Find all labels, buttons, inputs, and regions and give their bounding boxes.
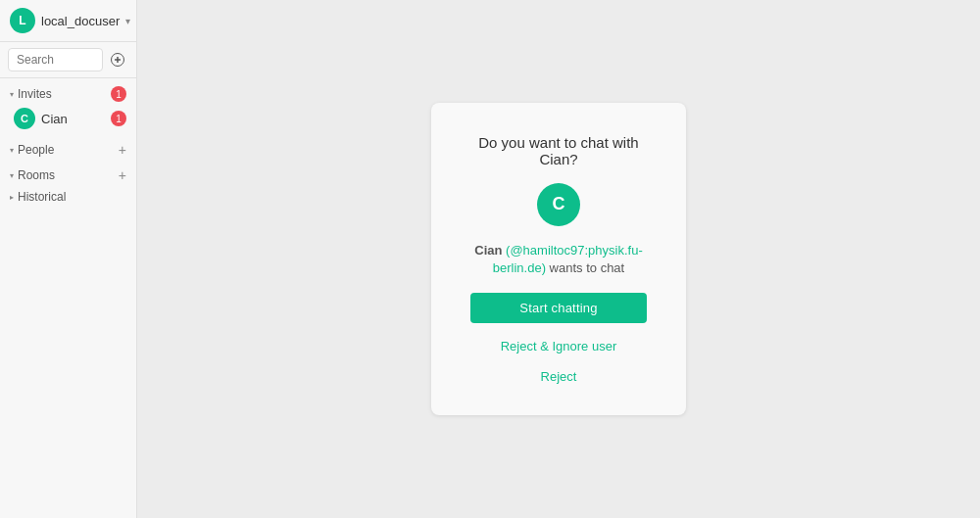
dialog-description-suffix: wants to chat — [550, 260, 625, 275]
search-input-wrapper — [8, 48, 103, 71]
historical-item[interactable]: ▸ Historical — [0, 186, 136, 208]
dialog-user-name: Cian — [474, 243, 502, 258]
cian-avatar: C — [14, 108, 35, 129]
sidebar: L local_docuser ▾ ▾ Invites 1 C — [0, 0, 137, 518]
compose-button[interactable] — [107, 49, 128, 71]
invites-badge: 1 — [111, 86, 126, 102]
people-section: ▾ People + — [0, 135, 136, 161]
invites-section-header[interactable]: ▾ Invites 1 — [10, 84, 126, 104]
username-label: local_docuser — [41, 14, 120, 28]
rooms-section-header[interactable]: ▾ Rooms + — [10, 166, 126, 184]
invites-section: ▾ Invites 1 C Cian 1 — [0, 78, 136, 135]
historical-chevron-icon: ▸ — [10, 193, 14, 202]
search-bar — [0, 42, 136, 78]
invite-item-cian[interactable]: C Cian 1 — [10, 104, 126, 133]
rooms-add-icon[interactable]: + — [119, 168, 126, 182]
people-chevron-icon: ▾ — [10, 146, 14, 155]
dialog-description: Cian (@hamiltoc97:physik.fu-berlin.de) w… — [470, 242, 647, 277]
historical-label: Historical — [18, 190, 66, 204]
user-avatar: L — [10, 8, 35, 33]
cian-name: Cian — [41, 112, 105, 126]
rooms-chevron-icon: ▾ — [10, 171, 14, 180]
reject-ignore-link[interactable]: Reject & Ignore user — [501, 339, 617, 353]
main-content: Do you want to chat with Cian? C Cian (@… — [137, 0, 980, 518]
people-add-icon[interactable]: + — [119, 143, 126, 157]
cian-badge: 1 — [111, 111, 126, 126]
invites-chevron-icon: ▾ — [10, 90, 14, 99]
reject-link[interactable]: Reject — [541, 369, 577, 384]
rooms-section: ▾ Rooms + — [0, 161, 136, 186]
start-chatting-button[interactable]: Start chatting — [470, 293, 647, 323]
invites-header-left: ▾ Invites — [10, 87, 52, 101]
compose-icon — [111, 53, 124, 67]
chat-invite-dialog: Do you want to chat with Cian? C Cian (@… — [431, 103, 686, 415]
people-header-left: ▾ People — [10, 143, 54, 157]
user-menu-chevron-icon[interactable]: ▾ — [125, 16, 130, 26]
dialog-avatar: C — [537, 183, 580, 226]
rooms-label: Rooms — [18, 168, 55, 182]
rooms-header-left: ▾ Rooms — [10, 168, 55, 182]
people-label: People — [18, 143, 54, 157]
people-section-header[interactable]: ▾ People + — [10, 141, 126, 159]
invites-label: Invites — [18, 87, 52, 101]
dialog-title: Do you want to chat with Cian? — [470, 134, 647, 167]
sidebar-header[interactable]: L local_docuser ▾ — [0, 0, 136, 42]
search-input[interactable] — [8, 48, 103, 71]
